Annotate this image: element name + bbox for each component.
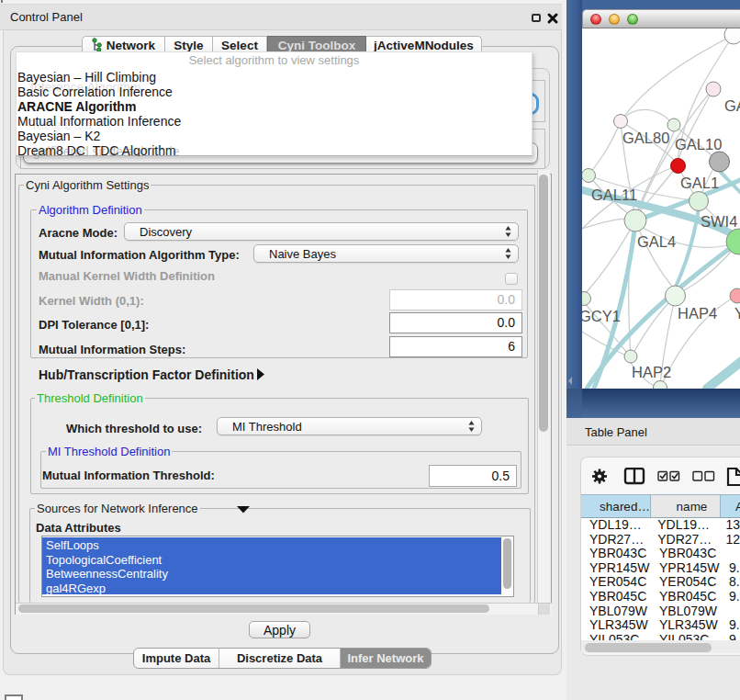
svg-text:GAL11: GAL11 <box>591 186 637 203</box>
svg-text:Y: Y <box>734 305 740 322</box>
svg-text:GCY1: GCY1 <box>582 308 621 324</box>
svg-text:GAL1: GAL1 <box>680 175 719 191</box>
svg-text:GAL4: GAL4 <box>637 233 676 250</box>
svg-text:GAL: GAL <box>724 97 740 114</box>
svg-text:HAP2: HAP2 <box>632 364 671 380</box>
svg-text:HAP4: HAP4 <box>678 305 717 322</box>
svg-text:SWI4: SWI4 <box>701 213 737 230</box>
svg-text:GAL10: GAL10 <box>675 136 722 152</box>
svg-text:GAL80: GAL80 <box>622 130 669 146</box>
